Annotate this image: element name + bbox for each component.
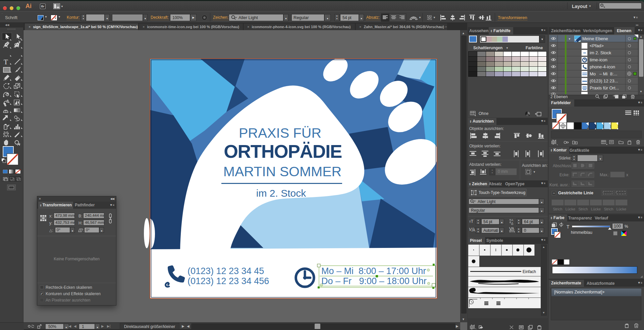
svg-text:VA: VA <box>509 226 514 231</box>
svg-text:Do – Fr 9:00 – 18:00 Uhr: Do – Fr 9:00 – 18:00 Uhr <box>321 276 427 286</box>
svg-text:Einfach: Einfach <box>523 269 536 274</box>
svg-text:T: T <box>473 191 475 195</box>
svg-text:MARTIN SOMMER: MARTIN SOMMER <box>223 164 341 179</box>
svg-text:im 2. Stock: im 2. Stock <box>256 188 306 199</box>
svg-text:(0123) 12 23 34 456: (0123) 12 23 34 456 <box>187 276 269 286</box>
svg-text:(0123) 12 23 34 45: (0123) 12 23 34 45 <box>187 266 264 276</box>
svg-text:PRAXIS FÜR: PRAXIS FÜR <box>239 125 321 141</box>
svg-text:T: T <box>4 58 8 66</box>
svg-text:A: A <box>473 228 475 233</box>
svg-text:Mo – Mi 8:00 – 17:00 Uhr: Mo – Mi 8:00 – 17:00 Uhr <box>321 266 426 276</box>
svg-text:V: V <box>469 227 472 232</box>
svg-text:A: A <box>511 221 513 225</box>
svg-text:ORTHOPÄDIE: ORTHOPÄDIE <box>224 141 342 162</box>
